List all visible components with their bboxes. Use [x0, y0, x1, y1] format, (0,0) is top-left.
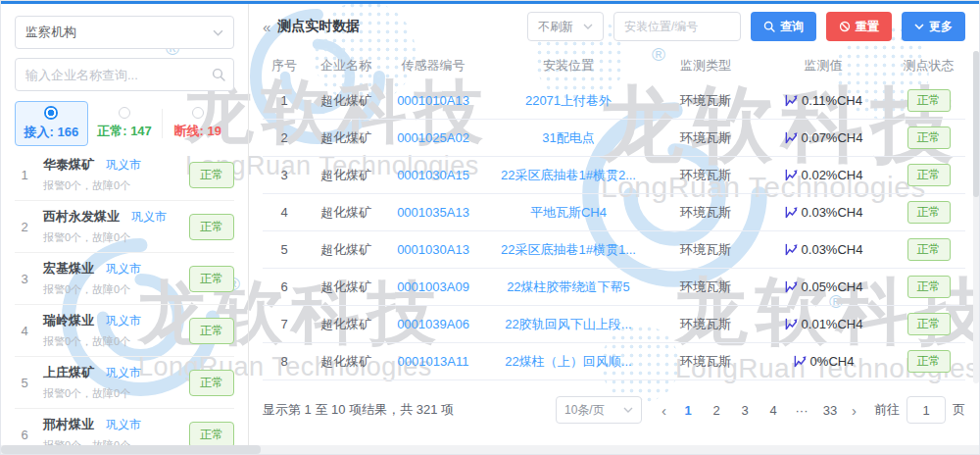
trend-chart-icon — [784, 279, 799, 294]
org-select[interactable]: 监察机构 — [15, 16, 234, 49]
status-filter-group: 接入166 正常147 断线19 — [15, 101, 234, 146]
radio-selected-icon — [44, 106, 58, 120]
cell-sensor-id[interactable]: 0001003A09 — [386, 279, 480, 294]
goto-label: 前往 — [874, 401, 900, 419]
app-window: ® ® ® ® 龙软科技 LongRuan Technologies 龙软科技 … — [0, 0, 980, 455]
company-list-item[interactable]: 4 瑞岭煤业巩义市 报警0个，故障0个 正常 — [15, 305, 234, 357]
table-row[interactable]: 6 超化煤矿 0001003A09 22煤柱胶带绕道下帮5 环境瓦斯 0.05%… — [263, 269, 965, 306]
chevron-down-icon — [583, 24, 593, 29]
trend-chart-icon — [784, 130, 799, 145]
cell-index: 1 — [263, 93, 306, 108]
table-row[interactable]: 5 超化煤矿 0001030A13 22采区底抽巷1#横贯1... 环境瓦斯 0… — [263, 231, 965, 269]
page-ellipsis[interactable]: ··· — [792, 403, 811, 418]
cell-monitor-type: 环境瓦斯 — [657, 92, 755, 110]
prev-page-button[interactable]: ‹ — [659, 402, 669, 419]
company-name: 瑞岭煤业 — [43, 312, 94, 329]
cell-sensor-id[interactable]: 0001030A15 — [386, 168, 480, 182]
company-list-item[interactable]: 2 西村永发煤业巩义市 报警0个，故障0个 正常 — [15, 201, 234, 253]
radio-unselected-icon — [119, 107, 130, 119]
top-accent-bar — [1, 1, 979, 4]
company-city-tag: 巩义市 — [106, 157, 141, 174]
company-list-item[interactable]: 1 华泰煤矿巩义市 报警0个，故障0个 正常 — [15, 149, 234, 201]
stat-connected[interactable]: 接入166 — [15, 101, 88, 146]
cell-monitor-type: 环境瓦斯 — [657, 316, 755, 333]
cell-monitor-value: 0.02%CH4 — [755, 168, 892, 182]
cell-sensor-id[interactable]: 0001035A13 — [386, 205, 480, 220]
search-icon — [763, 21, 775, 32]
company-name: 宏基煤业 — [43, 260, 94, 278]
trend-chart-icon — [793, 354, 808, 369]
cell-location[interactable]: 平地瓦斯CH4 — [480, 204, 657, 222]
more-button[interactable]: 更多 — [902, 12, 965, 41]
stat-normal[interactable]: 正常147 — [88, 101, 162, 146]
company-city-tag: 巩义市 — [131, 209, 167, 226]
cell-location[interactable]: 22煤柱（上）回风顺... — [480, 353, 657, 371]
page-button[interactable]: 4 — [763, 403, 783, 418]
col-index: 序号 — [263, 57, 306, 75]
location-filter-input[interactable] — [613, 12, 741, 41]
cell-location[interactable]: 22煤柱胶带绕道下帮5 — [480, 278, 657, 296]
next-page-button[interactable]: › — [849, 402, 859, 419]
col-status: 测点状态 — [892, 57, 965, 75]
page-button[interactable]: 33 — [820, 403, 840, 418]
cell-sensor-id[interactable]: 0001013A11 — [386, 354, 480, 369]
scrollbar-thumb[interactable] — [1, 445, 261, 454]
table-row[interactable]: 8 超化煤矿 0001013A11 22煤柱（上）回风顺... 环境瓦斯 0%C… — [263, 343, 965, 380]
stat-offline[interactable]: 断线19 — [161, 101, 234, 146]
cell-sensor-id[interactable]: 0001030A13 — [386, 242, 480, 257]
sidebar: 监察机构 接入166 正常147 断线19 — [1, 4, 249, 454]
collapse-sidebar-icon[interactable]: « — [263, 19, 270, 35]
goto-page-input[interactable] — [906, 396, 946, 424]
chevron-down-icon — [914, 24, 924, 29]
page-size-select[interactable]: 10条/页 — [556, 396, 642, 424]
cell-monitor-value: 0.01%CH4 — [755, 317, 892, 331]
page-button[interactable]: 2 — [707, 403, 726, 418]
table-footer: 显示第 1 至 10 项结果，共 321 项 10条/页 ‹ 1 2 3 4 ·… — [263, 396, 965, 424]
cell-location[interactable]: 22采区底抽巷1#横贯1... — [480, 241, 657, 259]
cell-company: 超化煤矿 — [306, 353, 386, 371]
company-name: 邢村煤业 — [43, 416, 94, 433]
table-row[interactable]: 7 超化煤矿 0001039A06 22胶轨回风下山上段... 环境瓦斯 0.0… — [263, 306, 965, 343]
cell-status: 正常 — [892, 350, 965, 373]
table-row[interactable]: 4 超化煤矿 0001035A13 平地瓦斯CH4 环境瓦斯 0.03%CH4 … — [263, 194, 965, 231]
table-row[interactable]: 1 超化煤矿 0001010A13 22071上付巷外 环境瓦斯 0.11%CH… — [263, 82, 965, 120]
table-row[interactable]: 3 超化煤矿 0001030A15 22采区底抽巷1#横贯2... 环境瓦斯 0… — [263, 157, 965, 194]
cell-monitor-value: 0.07%CH4 — [755, 130, 892, 145]
table-row[interactable]: 2 超化煤矿 0001025A02 31配电点 环境瓦斯 0.07%CH4 正常 — [263, 120, 965, 157]
horizontal-scrollbar[interactable] — [1, 445, 979, 454]
scrollbar-thumb[interactable] — [973, 51, 979, 197]
goto-page: 前往 页 — [874, 396, 965, 424]
page-button[interactable]: 3 — [735, 403, 755, 418]
col-sensor-id: 传感器编号 — [386, 57, 480, 75]
cell-status: 正常 — [892, 313, 965, 335]
cell-status: 正常 — [892, 164, 965, 186]
company-search — [15, 58, 234, 91]
vertical-scrollbar[interactable] — [973, 51, 979, 383]
status-badge: 正常 — [189, 162, 234, 188]
reset-button[interactable]: 重置 — [826, 12, 892, 41]
cell-company: 超化煤矿 — [306, 129, 386, 147]
cell-sensor-id[interactable]: 0001010A13 — [386, 93, 480, 108]
chevron-down-icon — [623, 407, 633, 413]
company-search-input[interactable] — [15, 58, 234, 91]
cell-monitor-value: 0.03%CH4 — [755, 205, 892, 220]
cell-sensor-id[interactable]: 0001039A06 — [386, 317, 480, 331]
cell-location[interactable]: 22071上付巷外 — [480, 92, 657, 110]
trend-chart-icon — [784, 242, 799, 257]
cell-location[interactable]: 31配电点 — [480, 129, 657, 147]
cell-monitor-type: 环境瓦斯 — [657, 241, 755, 259]
cell-status: 正常 — [892, 201, 965, 224]
trend-chart-icon — [784, 317, 799, 331]
company-list-item[interactable]: 3 宏基煤业巩义市 报警0个，故障0个 正常 — [15, 253, 234, 305]
cell-sensor-id[interactable]: 0001025A02 — [386, 130, 480, 145]
col-monitor-value: 监测值 — [755, 57, 892, 75]
cell-index: 3 — [263, 168, 306, 182]
status-badge: 正常 — [907, 126, 951, 149]
company-list-item[interactable]: 5 上庄煤矿巩义市 报警0个，故障0个 正常 — [15, 357, 234, 409]
query-button[interactable]: 查询 — [751, 12, 816, 41]
cell-company: 超化煤矿 — [306, 92, 386, 110]
page-button[interactable]: 1 — [678, 403, 698, 418]
cell-location[interactable]: 22采区底抽巷1#横贯2... — [480, 167, 657, 184]
cell-location[interactable]: 22胶轨回风下山上段... — [480, 316, 657, 333]
refresh-interval-select[interactable]: 不刷新 — [527, 12, 604, 41]
